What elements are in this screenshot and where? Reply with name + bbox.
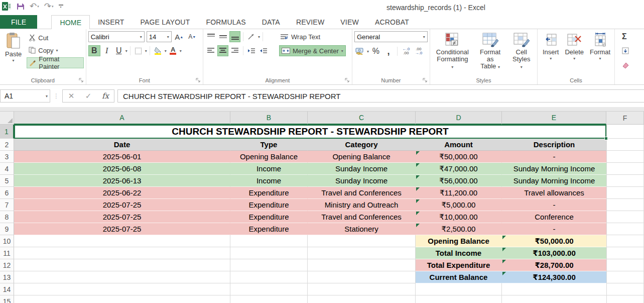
cell-type[interactable]: Expenditure — [230, 223, 308, 235]
cell-type[interactable]: Income — [230, 175, 308, 187]
tab-file[interactable]: FILE — [0, 15, 37, 29]
cell-empty[interactable] — [502, 283, 606, 295]
cell-empty[interactable] — [230, 259, 308, 271]
format-as-table-button[interactable]: Format as Table ▾ — [473, 31, 508, 71]
cancel-icon[interactable]: ✕ — [63, 91, 80, 100]
cell-empty[interactable] — [308, 295, 416, 303]
alignment-dialog-launcher-icon[interactable] — [345, 78, 350, 83]
cell-empty[interactable] — [230, 247, 308, 259]
font-dialog-launcher-icon[interactable] — [196, 78, 201, 83]
cell-amount[interactable]: ₹47,000.00 — [416, 163, 502, 175]
cell-empty[interactable] — [606, 187, 644, 199]
cell-description[interactable]: Sunday Morning Income — [502, 175, 606, 187]
summary-label[interactable]: Total Expenditure — [416, 259, 502, 271]
cell-empty[interactable] — [606, 163, 644, 175]
cell-date[interactable]: 2025-06-08 — [14, 163, 230, 175]
tab-acrobat[interactable]: ACROBAT — [367, 15, 417, 29]
merge-center-button[interactable]: Merge & Center ▾ — [279, 45, 346, 56]
tab-review[interactable]: REVIEW — [288, 15, 332, 29]
increase-decimal-button[interactable]: ←.0 .00 — [401, 46, 412, 57]
cell-type[interactable]: Expenditure — [230, 199, 308, 211]
cell-empty[interactable] — [14, 283, 230, 295]
cell-empty[interactable] — [606, 199, 644, 211]
row-header-8[interactable]: 8 — [0, 211, 14, 223]
cell-date[interactable]: 2025-06-01 — [14, 151, 230, 163]
cell-f1[interactable] — [606, 125, 644, 139]
number-format-combo[interactable]: General ▾ — [354, 31, 428, 42]
top-align-button[interactable] — [205, 31, 216, 42]
delete-cells-button[interactable]: Delete ▾ — [562, 31, 587, 62]
summary-value[interactable]: ₹28,700.00 — [502, 259, 606, 271]
row-header-5[interactable]: 5 — [0, 175, 14, 187]
header-cell-date[interactable]: Date — [14, 139, 230, 151]
cell-type[interactable]: Income — [230, 163, 308, 175]
font-color-button[interactable]: A — [168, 45, 179, 56]
row-header-7[interactable]: 7 — [0, 199, 14, 211]
cell-description[interactable]: Sunday Morning Income — [502, 163, 606, 175]
cell-empty[interactable] — [230, 271, 308, 283]
decrease-indent-button[interactable] — [246, 45, 257, 56]
cell-amount[interactable]: ₹56,000.00 — [416, 175, 502, 187]
cell-category[interactable]: Travel and Conferences — [308, 211, 416, 223]
row-header-1[interactable]: 1 — [0, 125, 14, 139]
cell-date[interactable]: 2025-07-25 — [14, 223, 230, 235]
cell-empty[interactable] — [308, 259, 416, 271]
save-icon[interactable] — [17, 3, 25, 11]
header-cell-description[interactable]: Description — [502, 139, 606, 151]
cell-empty[interactable] — [308, 247, 416, 259]
cell-styles-button[interactable]: Cell Styles ▾ — [507, 31, 535, 71]
cell-empty[interactable] — [308, 283, 416, 295]
format-painter-button[interactable]: Format Painter — [27, 57, 83, 68]
header-cell-type[interactable]: Type — [230, 139, 308, 151]
cell-empty[interactable] — [14, 235, 230, 247]
column-header-b[interactable]: B — [230, 112, 308, 125]
cell-empty[interactable] — [308, 271, 416, 283]
wrap-text-button[interactable]: Wrap Text — [279, 31, 322, 42]
cell-date[interactable]: 2025-06-22 — [14, 187, 230, 199]
row-header-9[interactable]: 9 — [0, 223, 14, 235]
bold-button[interactable]: B — [88, 45, 100, 56]
clear-button[interactable] — [620, 59, 642, 70]
cell-amount[interactable]: ₹2,500.00 — [416, 223, 502, 235]
cell-empty[interactable] — [606, 151, 644, 163]
align-center-button[interactable] — [217, 45, 228, 56]
row-header-15[interactable]: 15 — [0, 295, 14, 303]
cell-date[interactable]: 2025-07-25 — [14, 211, 230, 223]
summary-value[interactable]: ₹50,000.00 — [502, 235, 606, 247]
tab-data[interactable]: DATA — [254, 15, 288, 29]
cell-category[interactable]: Sunday Income — [308, 163, 416, 175]
insert-function-icon[interactable]: fx — [97, 91, 114, 100]
align-left-button[interactable] — [205, 45, 216, 56]
orientation-button[interactable] — [246, 31, 257, 42]
cell-empty[interactable] — [606, 283, 644, 295]
cell-amount[interactable]: ₹10,000.00 — [416, 211, 502, 223]
cell-f2[interactable] — [606, 139, 644, 151]
insert-cells-button[interactable]: Insert ▾ — [540, 31, 562, 62]
grow-font-button[interactable]: A▲ — [174, 31, 185, 42]
cell-date[interactable]: 2025-07-25 — [14, 199, 230, 211]
cell-empty[interactable] — [416, 283, 502, 295]
cell-category[interactable]: Ministry and Outreach — [308, 199, 416, 211]
cell-empty[interactable] — [502, 295, 606, 303]
shrink-font-button[interactable]: A▼ — [187, 31, 198, 42]
summary-label[interactable]: Opening Balance — [416, 235, 502, 247]
name-box[interactable]: A1 ▾ — [0, 89, 50, 103]
conditional-formatting-button[interactable]: Conditional Formatting ▾ — [432, 31, 473, 71]
column-header-e[interactable]: E — [502, 112, 606, 125]
align-right-button[interactable] — [229, 45, 240, 56]
percent-style-button[interactable]: % — [370, 46, 381, 57]
fill-color-button[interactable] — [153, 45, 164, 56]
row-header-2[interactable]: 2 — [0, 139, 14, 151]
row-header-14[interactable]: 14 — [0, 283, 14, 295]
cell-amount[interactable]: ₹11,200.00 — [416, 187, 502, 199]
italic-button[interactable]: I — [101, 45, 112, 56]
bottom-align-button[interactable] — [229, 31, 240, 42]
cell-amount[interactable]: ₹5,000.00 — [416, 199, 502, 211]
cell-empty[interactable] — [416, 295, 502, 303]
cell-description[interactable]: - — [502, 199, 606, 211]
formula-input[interactable]: CHURCH STEWARDSHIP REPORT - STEWARDSHIP … — [117, 89, 644, 103]
cell-amount[interactable]: ₹50,000.00 — [416, 151, 502, 163]
font-size-combo[interactable]: 14 ▾ — [147, 31, 172, 42]
cell-type[interactable]: Expenditure — [230, 187, 308, 199]
cell-empty[interactable] — [606, 211, 644, 223]
